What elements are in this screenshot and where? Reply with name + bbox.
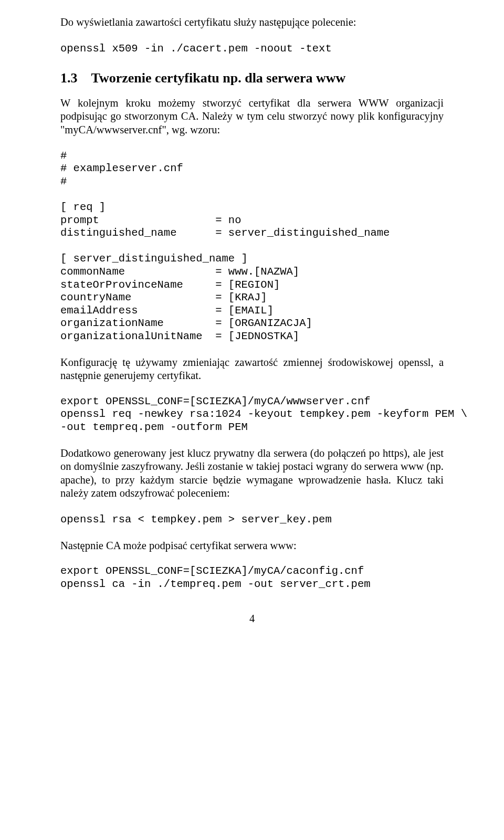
command-generate-req: export OPENSSL_CONF=[SCIEZKA]/myCA/wwwse… xyxy=(60,395,444,434)
document-page: Do wyświetlania zawartości certyfikatu s… xyxy=(0,0,504,641)
config-usage-paragraph: Konfigurację tę używamy zmieniając zawar… xyxy=(60,356,444,383)
section-intro: W kolejnym kroku możemy stworzyć certyfi… xyxy=(60,97,444,137)
command-decrypt-key: openssl rsa < tempkey.pem > server_key.p… xyxy=(60,513,444,527)
intro-paragraph: Do wyświetlania zawartości certyfikatu s… xyxy=(60,16,444,29)
config-file-listing: # # exampleserver.cnf # [ req ] prompt =… xyxy=(60,150,444,343)
command-show-cert: openssl x509 -in ./cacert.pem -noout -te… xyxy=(60,42,444,56)
section-heading: 1.3Tworzenie certyfikatu np. dla serwera… xyxy=(60,70,444,87)
section-number: 1.3 xyxy=(60,70,78,86)
sign-cert-paragraph: Następnie CA może podpisać certyfikat se… xyxy=(60,539,444,553)
private-key-paragraph: Dodatkowo generowany jest klucz prywatny… xyxy=(60,447,444,501)
section-title: Tworzenie certyfikatu np. dla serwera ww… xyxy=(91,70,346,86)
command-sign-cert: export OPENSSL_CONF=[SCIEZKA]/myCA/cacon… xyxy=(60,565,444,591)
page-number: 4 xyxy=(60,612,444,626)
